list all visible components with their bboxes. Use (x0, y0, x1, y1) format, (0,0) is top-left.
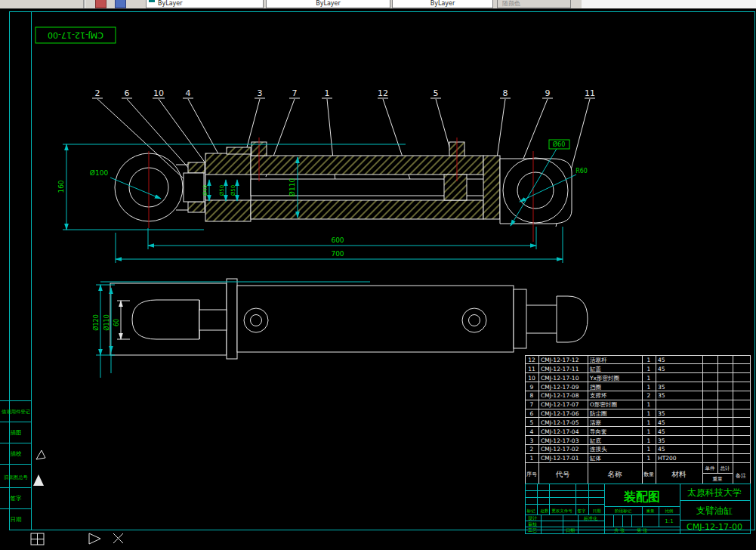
tb-label-process-date: 日期 (566, 527, 575, 533)
plotstyle-control-dropdown[interactable]: 随颜色 (497, 0, 571, 8)
properties-toolbar: ByLayer ByLayer ByLayer 随颜色 (0, 0, 756, 9)
dim-text: Ø60 (553, 141, 565, 148)
color-swatch-icon (149, 0, 155, 2)
part-no: 5 (530, 419, 534, 426)
header-name: 名称 (608, 470, 623, 478)
part-name: 连接头 (590, 446, 607, 453)
header-code: 代号 (556, 470, 571, 478)
lineweight-control-dropdown[interactable]: ByLayer (392, 0, 493, 8)
header-no: 序号 (526, 471, 537, 477)
margin-label: 借通用件登记 (2, 409, 30, 415)
datum-triangle-symbol (33, 474, 44, 486)
drawing-canvas[interactable]: 借通用件登记 描图 描校 旧底图总号 签字 日期 CMJ-12-17-00 (0, 0, 756, 550)
header-qty: 数量 (643, 471, 654, 477)
header-total: 总计 (720, 465, 731, 471)
part-no: 3 (530, 437, 534, 444)
part-qty: 1 (647, 357, 651, 363)
part-qty: 1 (647, 446, 651, 453)
balloon: 6 (125, 88, 130, 98)
part-qty: 1 (647, 384, 651, 391)
part-no: 4 (530, 428, 534, 435)
part-code: CMJ-12-17-05 (541, 419, 579, 426)
tb-organization: 太原科技大学 (687, 487, 742, 498)
color-control-dropdown[interactable]: ByLayer (146, 0, 264, 8)
main-section-view (115, 138, 572, 242)
tb-label-date: 日期 (593, 508, 602, 514)
part-code: CMJ-12-17-03 (541, 437, 579, 444)
tool-icon[interactable] (115, 0, 126, 8)
part-name: 缸体 (589, 455, 602, 462)
part-name: 挡圈 (590, 384, 601, 391)
drawing-id-text: CMJ-12-17-00 (48, 30, 103, 40)
part-name: 活塞杆 (590, 357, 607, 363)
balloon: 4 (186, 88, 191, 98)
tb-sheet-no: 第 张 (637, 527, 647, 533)
part-code: CMJ-12-17-02 (541, 446, 579, 453)
part-code: CMJ-12-17-01 (541, 455, 579, 462)
tb-label-standardize: 标准化 (583, 515, 597, 521)
part-no: 12 (528, 357, 535, 363)
part-name: 缸盖 (589, 366, 602, 372)
linetype-control-dropdown[interactable]: ByLayer (266, 0, 390, 8)
header-weight: 重量 (713, 476, 724, 482)
part-name: 防尘圈 (590, 410, 607, 417)
dim-text: Ø120 (92, 314, 100, 331)
part-name: 支撑环 (590, 392, 607, 399)
left-margin-column: 借通用件登记 描图 描校 旧底图总号 签字 日期 (2, 409, 45, 545)
part-mat: 35 (658, 384, 665, 391)
part-no: 10 (528, 375, 535, 382)
header-material: 材料 (671, 470, 687, 478)
balloon: 9 (545, 88, 551, 98)
tb-label-count: 处数 (541, 508, 550, 514)
part-no: 9 (530, 384, 534, 391)
cad-application-window: ByLayer ByLayer ByLayer 随颜色 (0, 0, 756, 550)
part-mat: 35 (658, 392, 665, 399)
dim-text: R60 (575, 168, 588, 175)
tool-icon[interactable] (95, 0, 106, 8)
part-no: 6 (530, 410, 534, 417)
header-remark: 备注 (736, 472, 746, 479)
margin-label: 描图 (11, 429, 22, 436)
tb-sheet-total: 共 张 (614, 527, 625, 533)
part-no: 11 (528, 366, 535, 372)
part-qty: 1 (647, 366, 651, 372)
x-mark (113, 533, 123, 543)
part-name: 导向套 (590, 428, 607, 435)
part-qty: 1 (647, 401, 651, 408)
part-qty: 1 (647, 410, 651, 417)
balloon: 11 (585, 88, 595, 98)
toolbar-separator (83, 0, 85, 8)
surface-finish-symbol (36, 450, 45, 459)
tb-label-review: 审核 (528, 521, 537, 527)
part-name: 活塞 (590, 419, 602, 426)
margin-label: 旧底图总号 (4, 474, 28, 480)
dim-text: 160 (57, 180, 65, 193)
part-mat: 35 (658, 437, 665, 444)
part-qty: 2 (647, 392, 651, 399)
balloon: 1 (325, 88, 330, 98)
parts-list-table: 12 CMJ-12-17-12 活塞杆 1 45 11 CMJ-12-17-11… (525, 355, 750, 484)
margin-label: 描校 (11, 450, 23, 457)
part-mat: HT200 (658, 455, 677, 462)
balloon: 5 (434, 88, 439, 98)
border-marks (89, 533, 123, 544)
tb-product-name: 支臂油缸 (696, 505, 733, 516)
part-mat: 45 (658, 446, 665, 453)
dim-text: Ø50 (219, 185, 225, 196)
balloon: 10 (153, 88, 164, 98)
dim-text: Ø110 (103, 314, 110, 331)
title-block: 标记 处数 更改文件号 签字 日期 设计 标准化 审核 工艺 日期 装配图 阶段… (525, 484, 750, 533)
toolbar-blank-area (582, 0, 756, 8)
part-mat: 45 (658, 366, 665, 372)
dim-text: 60 (113, 319, 120, 326)
part-name: 缸底 (589, 437, 602, 444)
drawing-id-box: CMJ-12-17-00 (35, 27, 116, 43)
tb-title: 装配图 (623, 490, 660, 504)
tb-label-changedoc: 更改文件号 (551, 508, 572, 513)
triangle-mark (89, 533, 100, 544)
balloon: 2 (95, 88, 100, 98)
header-unit: 单件 (705, 465, 716, 471)
part-mat: 45 (658, 419, 665, 426)
part-qty: 1 (647, 455, 651, 462)
dim-text: Ø40 (202, 185, 208, 196)
